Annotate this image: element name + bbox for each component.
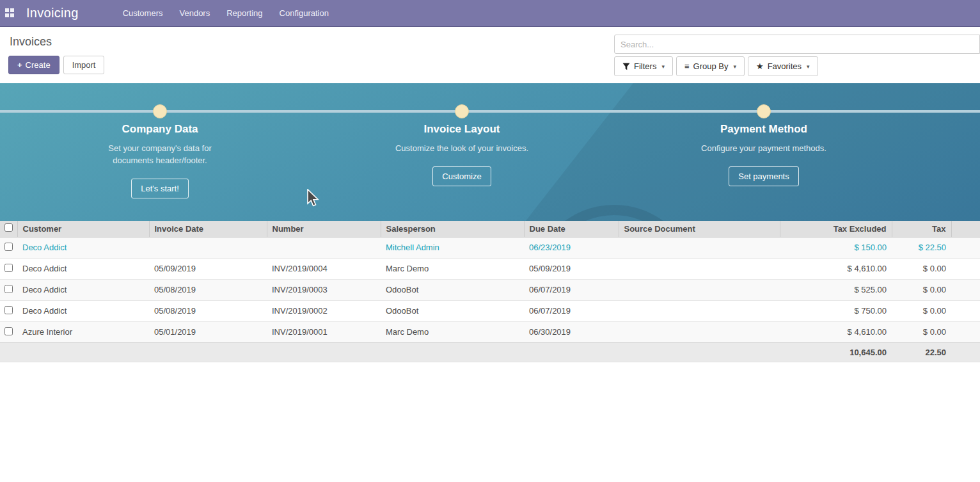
table-row[interactable]: Deco Addict 05/08/2019 INV/2019/0003 Odo… — [0, 279, 980, 300]
plus-icon: + — [17, 60, 22, 70]
cell-invoice-date — [149, 237, 267, 258]
cell-source-document — [619, 258, 780, 279]
table-row[interactable]: Deco Addict 05/09/2019 INV/2019/0004 Mar… — [0, 258, 980, 279]
create-button[interactable]: +Create — [8, 56, 59, 74]
nav-item-customers[interactable]: Customers — [115, 0, 171, 27]
step-description: Customize the look of your invoices. — [391, 142, 533, 154]
table-row[interactable]: Deco Addict 05/08/2019 INV/2019/0002 Odo… — [0, 300, 980, 321]
chevron-down-icon: ▾ — [661, 63, 665, 70]
cell-source-document — [619, 300, 780, 321]
nav-item-reporting[interactable]: Reporting — [218, 0, 271, 27]
cell-tax-excluded: $ 525.00 — [780, 279, 892, 300]
cell-due-date: 06/07/2019 — [524, 279, 619, 300]
cell-tax-excluded: $ 150.00 — [780, 237, 892, 258]
cell-customer: Deco Addict — [17, 300, 149, 321]
step-dot-payment-method — [757, 104, 771, 118]
control-panel: Invoices +Create Import Filters ▾ ≡ Grou… — [0, 27, 980, 83]
app-title[interactable]: Invoicing — [26, 6, 79, 20]
funnel-icon — [622, 63, 630, 70]
top-navbar: Invoicing Customers Vendors Reporting Co… — [0, 0, 980, 27]
column-header-due-date[interactable]: Due Date — [524, 221, 619, 237]
column-header-invoice-date[interactable]: Invoice Date — [149, 221, 267, 237]
group-by-dropdown[interactable]: ≡ Group By ▾ — [676, 56, 745, 76]
import-button[interactable]: Import — [63, 56, 105, 74]
step-description: Set your company's data for documents he… — [89, 142, 231, 166]
favorites-dropdown[interactable]: ★ Favorites ▾ — [748, 56, 818, 76]
step-title: Company Data — [58, 123, 262, 136]
customize-button[interactable]: Customize — [432, 166, 491, 186]
cell-due-date: 06/30/2019 — [524, 321, 619, 342]
onboarding-step-company-data: Company Data Set your company's data for… — [58, 123, 262, 198]
step-dot-company-data — [153, 104, 167, 118]
column-header-tax[interactable]: Tax — [892, 221, 951, 237]
step-title: Invoice Layout — [360, 123, 564, 136]
step-dot-invoice-layout — [455, 104, 469, 118]
onboarding-progress-line — [0, 110, 980, 113]
lets-start-button[interactable]: Let's start! — [131, 179, 189, 198]
cell-tax: $ 0.00 — [892, 258, 951, 279]
cell-tax: $ 0.00 — [892, 300, 951, 321]
nav-item-configuration[interactable]: Configuration — [271, 0, 337, 27]
cell-source-document — [619, 321, 780, 342]
cell-tax-excluded: $ 4,610.00 — [780, 321, 892, 342]
select-all-checkbox[interactable] — [4, 223, 13, 232]
column-header-number[interactable]: Number — [267, 221, 381, 237]
table-row[interactable]: Azure Interior 05/01/2019 INV/2019/0001 … — [0, 321, 980, 342]
total-tax-excluded: 10,645.00 — [780, 342, 892, 362]
cell-tax: $ 0.00 — [892, 279, 951, 300]
total-tax: 22.50 — [892, 342, 951, 362]
filters-label: Filters — [634, 61, 656, 71]
cell-invoice-date: 05/09/2019 — [149, 258, 267, 279]
cell-salesperson: OdooBot — [381, 279, 524, 300]
column-header-tax-excluded[interactable]: Tax Excluded — [780, 221, 892, 237]
cell-number: INV/2019/0004 — [267, 258, 381, 279]
table-header-row: Customer Invoice Date Number Salesperson… — [0, 221, 980, 237]
cell-customer: Azure Interior — [17, 321, 149, 342]
page-title: Invoices — [10, 35, 52, 49]
cell-invoice-date: 05/08/2019 — [149, 300, 267, 321]
cell-salesperson: Marc Demo — [381, 258, 524, 279]
search-input[interactable] — [614, 35, 980, 54]
onboarding-banner: Company Data Set your company's data for… — [0, 83, 980, 221]
cell-tax-excluded: $ 4,610.00 — [780, 258, 892, 279]
nav-menu: Customers Vendors Reporting Configuratio… — [115, 0, 337, 27]
onboarding-step-payment-method: Payment Method Configure your payment me… — [661, 123, 866, 186]
cell-customer: Deco Addict — [17, 258, 149, 279]
column-header-filler — [951, 221, 980, 237]
cell-customer: Deco Addict — [17, 237, 149, 258]
cell-source-document — [619, 279, 780, 300]
step-description: Configure your payment methods. — [693, 142, 835, 154]
cell-source-document — [619, 237, 780, 258]
group-by-label: Group By — [693, 61, 729, 71]
cell-invoice-date: 05/08/2019 — [149, 279, 267, 300]
column-header-customer[interactable]: Customer — [17, 221, 149, 237]
row-checkbox[interactable] — [4, 306, 13, 314]
table-row[interactable]: Deco Addict Mitchell Admin 06/23/2019 $ … — [0, 237, 980, 258]
column-header-source-document[interactable]: Source Document — [619, 221, 780, 237]
cell-number: INV/2019/0001 — [267, 321, 381, 342]
row-checkbox[interactable] — [4, 264, 13, 272]
table-footer-row: 10,645.00 22.50 — [0, 342, 980, 362]
row-checkbox[interactable] — [4, 285, 13, 293]
row-checkbox[interactable] — [4, 327, 13, 335]
cell-salesperson: Marc Demo — [381, 321, 524, 342]
create-button-label: Create — [26, 60, 51, 70]
cell-salesperson: OdooBot — [381, 300, 524, 321]
cell-number: INV/2019/0003 — [267, 279, 381, 300]
star-icon: ★ — [756, 61, 764, 71]
invoices-table: Customer Invoice Date Number Salesperson… — [0, 221, 980, 362]
cell-number — [267, 237, 381, 258]
cell-due-date: 06/07/2019 — [524, 300, 619, 321]
cell-due-date: 05/09/2019 — [524, 258, 619, 279]
favorites-label: Favorites — [768, 61, 802, 71]
nav-item-vendors[interactable]: Vendors — [171, 0, 219, 27]
cell-tax: $ 22.50 — [892, 237, 951, 258]
set-payments-button[interactable]: Set payments — [729, 166, 799, 186]
column-header-salesperson[interactable]: Salesperson — [381, 221, 524, 237]
filters-dropdown[interactable]: Filters ▾ — [614, 56, 673, 76]
cell-number: INV/2019/0002 — [267, 300, 381, 321]
chevron-down-icon: ▾ — [733, 63, 736, 70]
list-icon: ≡ — [684, 61, 690, 71]
apps-grid-icon[interactable] — [5, 8, 15, 18]
row-checkbox[interactable] — [4, 243, 13, 251]
